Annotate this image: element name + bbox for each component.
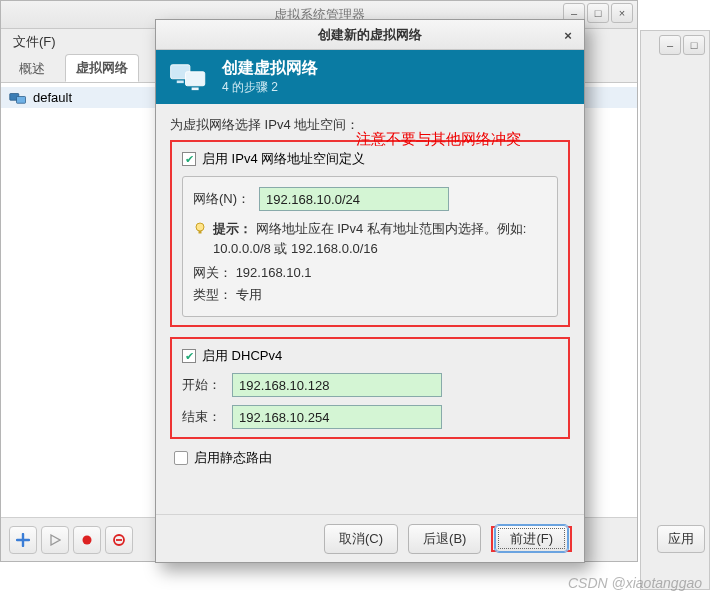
hint-text: 提示： 网络地址应在 IPv4 私有地址范围内选择。例如: 10.0.0.0/8… [213, 219, 547, 258]
dhcp-end-label: 结束： [182, 408, 224, 426]
lightbulb-icon [193, 221, 207, 235]
ipv4-group-highlight: ✔ 启用 IPv4 网络地址空间定义 网络(N)： 提示： 网络地址应在 IPv… [170, 140, 570, 327]
network-icon [9, 91, 27, 105]
stop-network-button[interactable] [73, 526, 101, 554]
ipv4-settings-panel: 网络(N)： 提示： 网络地址应在 IPv4 私有地址范围内选择。例如: 10.… [182, 176, 558, 317]
apply-button[interactable]: 应用 [657, 525, 705, 553]
network-label: 网络(N)： [193, 190, 251, 208]
svg-point-8 [196, 223, 204, 231]
svg-rect-5 [186, 72, 205, 86]
svg-rect-1 [17, 96, 26, 103]
dialog-titlebar: 创建新的虚拟网络 × [156, 20, 584, 50]
enable-static-route-label: 启用静态路由 [194, 449, 272, 467]
dialog-title: 创建新的虚拟网络 [318, 26, 422, 44]
computers-icon [168, 59, 210, 95]
create-virtual-network-dialog: 创建新的虚拟网络 × 创建虚拟网络 4 的步骤 2 为虚拟网络选择 IPv4 地… [155, 19, 585, 563]
gateway-row: 网关： 192.168.10.1 [193, 264, 547, 282]
banner-step: 4 的步骤 2 [222, 80, 278, 94]
dialog-footer: 取消(C) 后退(B) 前进(F) [156, 514, 584, 562]
dhcp-group-highlight: ✔ 启用 DHCPv4 开始： 结束： [170, 337, 570, 439]
bgwin-maximize-button[interactable]: □ [683, 35, 705, 55]
forward-button[interactable]: 前进(F) [495, 525, 568, 552]
tab-overview[interactable]: 概述 [9, 56, 55, 82]
annotation-warning: 注意不要与其他网络冲突 [356, 130, 521, 149]
dhcp-start-label: 开始： [182, 376, 224, 394]
parent-maximize-button[interactable]: □ [587, 3, 609, 23]
enable-static-route-checkbox[interactable] [174, 451, 188, 465]
dialog-close-button[interactable]: × [558, 25, 578, 45]
svg-point-2 [83, 535, 92, 544]
delete-network-button[interactable] [105, 526, 133, 554]
watermark: CSDN @xiaotanggao [568, 575, 702, 591]
banner-title: 创建虚拟网络 [222, 58, 318, 79]
dhcp-start-input[interactable] [232, 373, 442, 397]
add-network-button[interactable] [9, 526, 37, 554]
network-input[interactable] [259, 187, 449, 211]
network-item-label: default [33, 90, 72, 105]
menu-file[interactable]: 文件(F) [7, 31, 62, 53]
enable-dhcpv4-checkbox[interactable]: ✔ [182, 349, 196, 363]
enable-ipv4-label: 启用 IPv4 网络地址空间定义 [202, 150, 365, 168]
svg-rect-7 [192, 88, 199, 91]
svg-rect-9 [199, 231, 202, 234]
type-row: 类型： 专用 [193, 286, 547, 304]
svg-rect-6 [177, 81, 184, 84]
enable-dhcpv4-label: 启用 DHCPv4 [202, 347, 282, 365]
start-network-button[interactable] [41, 526, 69, 554]
dialog-banner: 创建虚拟网络 4 的步骤 2 [156, 50, 584, 104]
cancel-button[interactable]: 取消(C) [324, 524, 398, 554]
bgwin-minimize-button[interactable]: – [659, 35, 681, 55]
parent-close-button[interactable]: × [611, 3, 633, 23]
dhcp-end-input[interactable] [232, 405, 442, 429]
back-button[interactable]: 后退(B) [408, 524, 481, 554]
enable-ipv4-checkbox[interactable]: ✔ [182, 152, 196, 166]
tab-virtual-network[interactable]: 虚拟网络 [65, 54, 139, 82]
forward-button-highlight: 前进(F) [491, 526, 572, 552]
background-window: – □ 应用 [640, 30, 710, 590]
